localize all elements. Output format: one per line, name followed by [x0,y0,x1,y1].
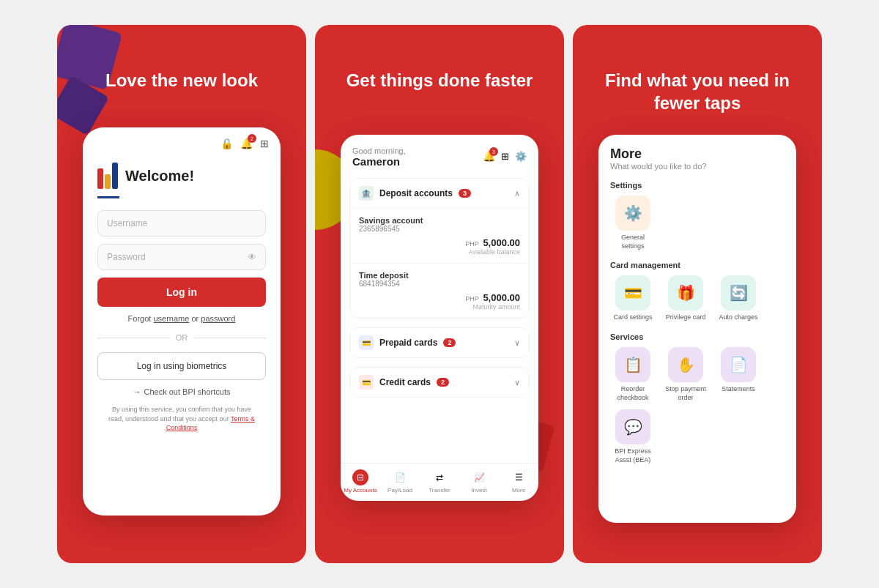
username-field[interactable]: Username [97,210,266,237]
credit-count: 2 [437,378,449,387]
or-text: OR [176,333,188,342]
settings-icon[interactable]: ⚙️ [515,151,527,162]
welcome-text: Welcome! [125,168,194,185]
stop-payment-item[interactable]: ✋ Stop payment order [663,347,708,402]
prepaid-cards-section: 💳 Prepaid cards 2 ∨ [349,327,530,358]
card-settings-item[interactable]: 💳 Card settings [610,275,656,322]
nav-pay-load[interactable]: 📄 Pay/Load [380,469,420,494]
shortcuts-link[interactable]: → Check out BPI shortcuts [97,387,266,396]
nav-pay-icon: 📄 [392,469,408,485]
deposit-section-header[interactable]: 🏦 Deposit accounts 3 ∧ [350,179,529,208]
services-grid: 📋 Reorder checkbook ✋ Stop payment order… [610,347,785,465]
nav-transfer-label: Transfer [429,487,450,494]
prepaid-section-header[interactable]: 💳 Prepaid cards 2 ∨ [350,328,529,357]
deposit-icon: 🏦 [359,186,374,201]
phone2-header-row: Good morning, Cameron 🔔 3 ⊞ ⚙️ [352,146,527,168]
time-deposit-label: Maturity amount [359,303,520,310]
reorder-checkbook-item[interactable]: 📋 Reorder checkbook [610,347,656,402]
services-heading: Services [610,332,785,341]
bottom-nav: ⊟ My Accounts 📄 Pay/Load ⇄ Transfer 📈 In… [341,463,538,501]
panel-2: Get things done faster Good morning, Cam… [315,25,564,563]
time-deposit-number: 6841894354 [359,280,520,288]
phone2-icons: 🔔 3 ⊞ ⚙️ [483,149,527,163]
statements-item[interactable]: 📄 Statements [716,347,761,402]
savings-balance-label: Available balance [359,248,520,256]
panel-2-title: Get things done faster [315,69,564,92]
prepaid-section-left: 💳 Prepaid cards 2 [359,335,456,350]
forgot-username-link[interactable]: username [153,314,189,323]
terms-text: By using this service, you confirm that … [97,405,266,433]
grid-icon[interactable]: ⊞ [260,138,269,149]
panel-1-title: Love the new look [57,69,306,92]
time-deposit-balance: PHP 5,000.00 [359,292,520,303]
general-settings-item[interactable]: ⚙️ General settings [610,196,656,250]
deposit-accounts-section: 🏦 Deposit accounts 3 ∧ Savings account 2… [349,178,530,319]
login-button[interactable]: Log in [97,278,266,307]
card-management-heading: Card management [610,261,785,269]
stop-payment-icon: ✋ [668,347,703,382]
credit-icon: 💳 [359,375,374,390]
phone-3: More What would you like to do? Settings… [598,135,796,523]
deposit-label: Deposit accounts [379,188,453,198]
nav-transfer-icon: ⇄ [431,469,448,485]
reorder-icon: 📋 [615,347,650,382]
nav-accounts-label: My Accounts [344,487,377,494]
privilege-card-item[interactable]: 🎁 Privilege card [663,275,708,322]
forgot-password-link[interactable]: password [201,314,235,323]
prepaid-label: Prepaid cards [379,338,437,348]
prepaid-icon: 💳 [359,335,374,350]
settings-grid: ⚙️ General settings [610,196,785,250]
credit-cards-section: 💳 Credit cards 2 ∨ [349,367,530,398]
phone-1: 🔒 🔔 2 ⊞ Welcome! Userna [83,127,281,516]
deposit-count: 3 [459,189,471,198]
nav-more[interactable]: ☰ More [499,469,538,494]
auto-charges-item[interactable]: 🔄 Auto charges [716,275,761,322]
time-deposit-item[interactable]: Time deposit 6841894354 PHP 5,000.00 Mat… [350,263,529,318]
nav-invest[interactable]: 📈 Invest [459,469,499,494]
nav-my-accounts[interactable]: ⊟ My Accounts [341,469,380,494]
nav-pay-label: Pay/Load [387,487,412,494]
phone-2: Good morning, Cameron 🔔 3 ⊞ ⚙️ [341,135,538,501]
greeting-name: Cameron [352,155,406,168]
greeting-area: Good morning, Cameron [352,146,406,168]
more-title: More [610,146,785,162]
savings-balance: PHP 5,000.00 [359,237,520,248]
credit-label: Credit cards [379,377,431,387]
notification-badge: 2 [248,134,256,143]
notif-badge-2: 3 [489,147,498,156]
bea-item[interactable]: 💬 BPI Express Assst (BEA) [610,409,656,464]
card-grid: 💳 Card settings 🎁 Privilege card 🔄 Auto … [610,275,785,322]
card-settings-label: Card settings [613,313,652,322]
password-field[interactable]: Password 👁 [97,244,266,270]
auto-charges-icon: 🔄 [721,275,756,310]
greeting-text: Good morning, [352,146,406,155]
phone2-inner: Good morning, Cameron 🔔 3 ⊞ ⚙️ [341,135,538,501]
savings-account-item[interactable]: Savings account 2365896545 PHP 5,000.00 … [350,208,529,263]
reorder-label: Reorder checkbook [610,385,656,402]
privilege-card-icon: 🎁 [668,275,703,310]
bell-icon-wrapper[interactable]: 🔔 3 [483,149,495,163]
prepaid-chevron: ∨ [514,338,520,348]
lock-icon: 🔒 [220,138,233,149]
panels-container: Love the new look 🔒 🔔 2 ⊞ Welcome! [0,0,879,588]
phone3-inner: More What would you like to do? Settings… [598,135,796,523]
nav-transfer[interactable]: ⇄ Transfer [420,469,459,494]
notification-icon[interactable]: 🔔 2 [240,138,253,149]
phone2-header: Good morning, Cameron 🔔 3 ⊞ ⚙️ [341,135,538,174]
nav-more-label: More [512,487,525,494]
credit-section-header[interactable]: 💳 Credit cards 2 ∨ [350,368,529,397]
eye-icon[interactable]: 👁 [248,252,256,262]
nav-invest-icon: 📈 [471,469,487,485]
nav-invest-label: Invest [471,487,486,494]
grid-icon-2[interactable]: ⊞ [501,151,509,162]
prepaid-count: 2 [443,338,456,347]
nav-accounts-icon: ⊟ [352,469,368,485]
credit-section-left: 💳 Credit cards 2 [359,375,449,390]
panel-3: Find what you need in fewer taps More Wh… [573,25,822,563]
general-settings-label: General settings [610,234,656,250]
settings-heading: Settings [610,181,785,190]
deposit-chevron: ∧ [514,189,520,198]
privilege-card-label: Privilege card [666,313,706,322]
panel-1: Love the new look 🔒 🔔 2 ⊞ Welcome! [57,25,306,563]
biometric-button[interactable]: Log in using biometrics [97,352,266,380]
